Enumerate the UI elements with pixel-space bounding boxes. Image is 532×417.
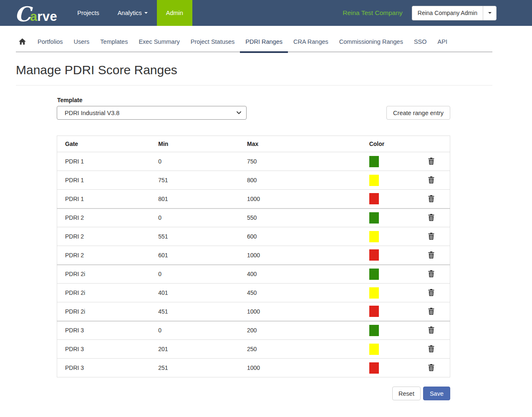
table-row: PDRI 2 601 1000 bbox=[57, 246, 450, 265]
nav-item-admin[interactable]: Admin bbox=[157, 0, 192, 26]
template-select[interactable]: PDRI Industrial V3.8 bbox=[57, 106, 247, 120]
min-cell: 0 bbox=[155, 208, 244, 227]
user-menu-button[interactable]: Reina Company Admin bbox=[412, 6, 483, 20]
color-cell bbox=[366, 321, 413, 340]
navbar-menu: Projects Analytics Admin bbox=[68, 0, 192, 26]
delete-row-button[interactable] bbox=[427, 344, 435, 353]
nav-item-label: Projects bbox=[77, 10, 99, 16]
color-swatch[interactable] bbox=[369, 156, 379, 167]
delete-row-button[interactable] bbox=[427, 213, 435, 222]
action-cell bbox=[413, 321, 450, 340]
tab-templates[interactable]: Templates bbox=[95, 31, 133, 52]
gate-cell: PDRI 3 bbox=[57, 340, 155, 359]
delete-row-button[interactable] bbox=[427, 363, 435, 372]
min-cell: 201 bbox=[155, 340, 244, 359]
delete-row-button[interactable] bbox=[427, 307, 435, 316]
color-swatch[interactable] bbox=[369, 212, 379, 224]
tab-sso[interactable]: SSO bbox=[408, 31, 432, 52]
min-cell: 0 bbox=[155, 321, 244, 340]
color-cell bbox=[366, 340, 413, 359]
tab-users[interactable]: Users bbox=[68, 31, 95, 52]
gate-cell: PDRI 2 bbox=[57, 227, 155, 246]
company-name: Reina Test Company bbox=[343, 9, 403, 17]
tab-cra-ranges[interactable]: CRA Ranges bbox=[288, 31, 334, 52]
table-row: PDRI 3 251 1000 bbox=[57, 359, 450, 377]
action-cell bbox=[413, 265, 450, 284]
max-cell: 400 bbox=[244, 265, 366, 284]
action-cell bbox=[413, 302, 450, 321]
save-button[interactable]: Save bbox=[423, 387, 450, 400]
color-cell bbox=[366, 265, 413, 284]
min-cell: 451 bbox=[155, 302, 244, 321]
color-cell bbox=[366, 171, 413, 190]
caret-down-icon bbox=[144, 12, 148, 14]
max-cell: 450 bbox=[244, 284, 366, 302]
action-cell bbox=[413, 246, 450, 265]
trash-icon bbox=[428, 251, 434, 259]
header-color: Color bbox=[366, 136, 413, 152]
user-menu-caret-button[interactable] bbox=[483, 6, 497, 20]
nav-item-analytics[interactable]: Analytics bbox=[108, 0, 157, 26]
delete-row-button[interactable] bbox=[427, 269, 435, 278]
trash-icon bbox=[428, 195, 434, 202]
max-cell: 750 bbox=[244, 152, 366, 171]
carve-logo[interactable]: Carve bbox=[15, 0, 57, 26]
table-row: PDRI 1 801 1000 bbox=[57, 190, 450, 208]
color-cell bbox=[366, 208, 413, 227]
template-label: Template bbox=[57, 97, 450, 103]
min-cell: 551 bbox=[155, 227, 244, 246]
gate-cell: PDRI 3 bbox=[57, 321, 155, 340]
color-swatch[interactable] bbox=[369, 344, 379, 355]
logo-letter-c: C bbox=[15, 6, 30, 23]
table-row: PDRI 3 0 200 bbox=[57, 321, 450, 340]
color-swatch[interactable] bbox=[369, 362, 379, 374]
header-gate: Gate bbox=[57, 136, 155, 152]
delete-row-button[interactable] bbox=[427, 326, 435, 334]
color-swatch[interactable] bbox=[369, 325, 379, 336]
table-row: PDRI 2i 0 400 bbox=[57, 265, 450, 284]
delete-row-button[interactable] bbox=[427, 251, 435, 259]
color-swatch[interactable] bbox=[369, 249, 379, 261]
delete-row-button[interactable] bbox=[427, 157, 435, 166]
create-range-entry-button[interactable]: Create range entry bbox=[386, 106, 450, 120]
delete-row-button[interactable] bbox=[427, 194, 435, 203]
tab-project-statuses[interactable]: Project Statuses bbox=[185, 31, 240, 52]
color-swatch[interactable] bbox=[369, 175, 379, 186]
tab-pdri-ranges[interactable]: PDRI Ranges bbox=[240, 31, 288, 52]
min-cell: 251 bbox=[155, 359, 244, 377]
delete-row-button[interactable] bbox=[427, 176, 435, 184]
table-row: PDRI 3 201 250 bbox=[57, 340, 450, 359]
action-cell bbox=[413, 227, 450, 246]
table-row: PDRI 2 0 550 bbox=[57, 208, 450, 227]
gate-cell: PDRI 2i bbox=[57, 265, 155, 284]
template-select-value: PDRI Industrial V3.8 bbox=[65, 110, 119, 116]
color-swatch[interactable] bbox=[369, 306, 379, 317]
tab-exec-summary[interactable]: Exec Summary bbox=[133, 31, 185, 52]
color-swatch[interactable] bbox=[369, 269, 379, 280]
min-cell: 751 bbox=[155, 171, 244, 190]
header-min: Min bbox=[155, 136, 244, 152]
delete-row-button[interactable] bbox=[427, 232, 435, 241]
tab-commissioning-ranges[interactable]: Commissioning Ranges bbox=[334, 31, 408, 52]
logo-letter-a: a bbox=[30, 11, 37, 23]
color-swatch[interactable] bbox=[369, 287, 379, 299]
color-cell bbox=[366, 246, 413, 265]
color-cell bbox=[366, 190, 413, 208]
max-cell: 800 bbox=[244, 171, 366, 190]
nav-item-projects[interactable]: Projects bbox=[68, 0, 108, 26]
tab-api[interactable]: API bbox=[432, 31, 453, 52]
gate-cell: PDRI 2i bbox=[57, 284, 155, 302]
chevron-down-icon bbox=[237, 111, 241, 114]
delete-row-button[interactable] bbox=[427, 288, 435, 297]
action-cell bbox=[413, 208, 450, 227]
title-divider bbox=[16, 85, 492, 85]
header-max: Max bbox=[244, 136, 366, 152]
color-swatch[interactable] bbox=[369, 231, 379, 242]
color-swatch[interactable] bbox=[369, 193, 379, 204]
tab-portfolios[interactable]: Portfolios bbox=[32, 31, 68, 52]
nav-item-label: Analytics bbox=[118, 10, 142, 16]
tab-home[interactable] bbox=[16, 31, 32, 52]
reset-button[interactable]: Reset bbox=[392, 387, 421, 400]
table-row: PDRI 2i 401 450 bbox=[57, 284, 450, 302]
gate-cell: PDRI 2i bbox=[57, 302, 155, 321]
